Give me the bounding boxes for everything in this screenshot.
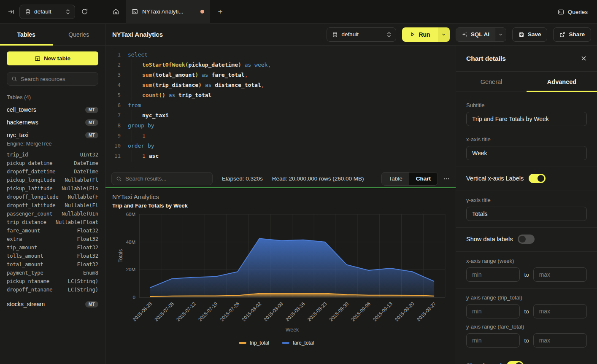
show-legend-label: Show legend	[466, 362, 502, 364]
svg-text:2015-07-26: 2015-07-26	[219, 301, 240, 322]
new-tab-plus-icon[interactable]: +	[210, 0, 230, 24]
run-button[interactable]: Run	[402, 27, 438, 42]
table-row-hackernews[interactable]: hackernews MT	[7, 119, 98, 126]
code-line: 10order by	[110, 141, 456, 151]
xaxis-range-max-input[interactable]	[533, 267, 587, 282]
more-options-icon[interactable]	[443, 175, 450, 182]
yaxis-title-input[interactable]	[466, 207, 587, 221]
column-row: pickup_ntanameLC(String)	[7, 277, 98, 286]
chart-subtitle: Trip and Fare Totals by Week	[112, 202, 188, 209]
search-icon	[116, 176, 122, 182]
sidebar-tab-queries[interactable]: Queries	[53, 24, 105, 45]
save-button[interactable]: Save	[512, 27, 548, 42]
sql-ai-chevron-icon[interactable]	[495, 28, 506, 41]
chevron-updown-icon	[65, 9, 70, 15]
to-label: to	[524, 337, 529, 344]
database-icon	[25, 9, 31, 15]
show-legend-toggle[interactable]	[507, 361, 524, 364]
svg-text:2015-08-30: 2015-08-30	[328, 301, 349, 322]
legend-label: fare_total	[293, 340, 314, 346]
yaxis-range-fare-row: to	[466, 333, 587, 348]
tab-general[interactable]: General	[456, 72, 527, 92]
yaxis-range-trip-min-input[interactable]	[466, 304, 520, 318]
svg-text:Week: Week	[286, 327, 299, 333]
sql-ai-label: SQL AI	[471, 31, 489, 38]
column-row: payment_typeEnum8	[7, 269, 98, 277]
svg-text:2015-08-09: 2015-08-09	[263, 301, 284, 322]
legend-item-fare_total[interactable]: fare_total	[282, 340, 314, 346]
column-row: pickup_latitudeNullable(Flo	[7, 184, 98, 193]
sql-ai-button[interactable]: SQL AI	[456, 28, 495, 41]
divider	[456, 288, 597, 289]
query-title: NYTaxi Analytics	[112, 31, 163, 38]
table-row-cell-towers[interactable]: cell_towers MT	[7, 106, 98, 113]
table-name: stocks_stream	[7, 301, 45, 307]
table-row-nyc-taxi[interactable]: nyc_taxi MT	[7, 132, 98, 138]
code-line: 91	[110, 131, 456, 141]
table-row-stocks-stream[interactable]: stocks_stream MT	[7, 301, 98, 307]
xaxis-range-min-input[interactable]	[466, 267, 520, 282]
tab-advanced[interactable]: Advanced	[527, 72, 597, 92]
code-line: 111 asc	[110, 151, 456, 161]
toggle-knob	[538, 175, 544, 182]
svg-text:2015-07-12: 2015-07-12	[176, 301, 197, 322]
unsaved-changes-dot	[200, 10, 204, 13]
queries-button[interactable]: Queries	[558, 0, 588, 24]
table-name: nyc_taxi	[7, 132, 28, 138]
tab-title: NYTaxi Analyti...	[142, 8, 196, 15]
xaxis-title-input[interactable]	[466, 146, 587, 160]
vertical-labels-toggle[interactable]	[529, 174, 546, 183]
chart-title: NYTaxi Analytics	[112, 193, 188, 200]
svg-text:2015-09-27: 2015-09-27	[416, 301, 437, 322]
new-table-button[interactable]: New table	[7, 51, 98, 65]
legend-label: trip_total	[250, 340, 269, 346]
close-icon[interactable]	[581, 55, 587, 62]
engine-badge: MT	[85, 301, 98, 307]
terminal-icon	[558, 9, 564, 15]
legend-item-trip_total[interactable]: trip_total	[239, 340, 269, 346]
yaxis-range-trip-max-input[interactable]	[533, 304, 587, 318]
subtitle-input[interactable]	[466, 112, 587, 126]
divider	[456, 227, 597, 228]
run-options-chevron-icon[interactable]	[438, 27, 450, 42]
code-line: 7nyc_taxi	[110, 111, 456, 121]
tab-nytaxi-analytics[interactable]: NYTaxi Analyti...	[126, 0, 210, 24]
chart-header: NYTaxi Analytics Trip and Fare Totals by…	[112, 193, 188, 209]
results-toolbar: Elapsed: 0.320s Read: 20,000,000 rows (2…	[105, 169, 456, 188]
divider	[456, 167, 597, 167]
show-data-labels-toggle[interactable]	[518, 235, 535, 244]
toggle-knob	[519, 236, 526, 243]
queries-button-label: Queries	[568, 9, 588, 15]
search-resources-input[interactable]	[21, 76, 94, 82]
svg-text:2015-08-02: 2015-08-02	[241, 301, 262, 322]
column-row: dropoff_latitudeNullable(Fl	[7, 201, 98, 210]
share-button[interactable]: Share	[553, 27, 591, 42]
vertical-labels-row: Vertical x-axis Labels	[466, 173, 587, 184]
search-results-input[interactable]	[125, 175, 208, 182]
sql-ai-button-group: SQL AI	[456, 27, 506, 42]
yaxis-range-fare-max-input[interactable]	[533, 333, 587, 348]
column-row: fare_amountFloat32	[7, 226, 98, 235]
sidebar: Tables Queries New table Tables (4) cell…	[0, 24, 105, 364]
database-icon	[332, 32, 338, 38]
divider	[456, 251, 597, 252]
sidebar-tab-tables[interactable]: Tables	[0, 24, 53, 45]
show-legend-row: Show legend	[466, 360, 587, 364]
panel-tabs: General Advanced	[456, 72, 597, 92]
table-name: cell_towers	[7, 106, 36, 113]
elapsed-stat: Elapsed: 0.320s	[222, 175, 263, 182]
divider	[456, 354, 597, 354]
divider	[456, 191, 597, 191]
run-database-selector[interactable]: default	[327, 27, 396, 42]
tables-section-title: Tables (4)	[7, 94, 98, 100]
view-toggle-chart[interactable]: Chart	[409, 173, 438, 185]
sql-editor[interactable]: 1select2toStartOfWeek(pickup_datetime) a…	[105, 46, 456, 169]
refresh-icon[interactable]	[81, 8, 88, 15]
sidebar-search	[7, 72, 98, 86]
collapse-sidebar-icon[interactable]	[8, 8, 14, 15]
home-icon[interactable]	[105, 0, 126, 24]
database-selector[interactable]: default	[19, 5, 75, 19]
yaxis-range-fare-min-input[interactable]	[466, 333, 520, 348]
view-toggle-table[interactable]: Table	[382, 173, 409, 185]
play-icon	[410, 32, 415, 37]
